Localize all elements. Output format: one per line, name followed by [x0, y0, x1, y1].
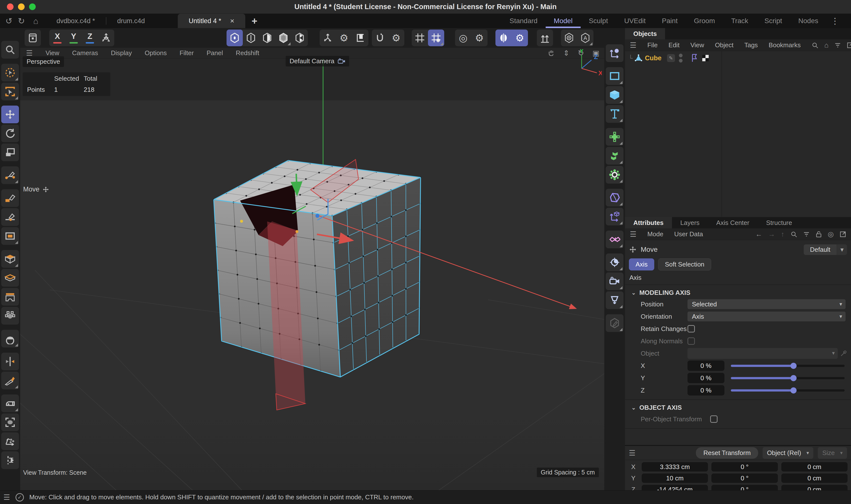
redo-icon[interactable]: ↻ — [18, 16, 25, 26]
objects-menu-object[interactable]: Object — [715, 41, 733, 49]
symmetry-tool[interactable] — [1, 353, 19, 371]
deformer-button[interactable] — [606, 208, 623, 226]
viewport-menu-cameras[interactable]: Cameras — [72, 49, 98, 57]
transfer-axis-button[interactable] — [537, 30, 553, 46]
z-strength-value[interactable]: 0 % — [688, 385, 724, 395]
layout-menu-icon[interactable]: ⋮ — [827, 16, 844, 26]
workplane-button[interactable] — [24, 30, 41, 46]
tree-row-cube[interactable]: └ Cube ✎ — [625, 51, 851, 65]
camera-object-button[interactable] — [606, 272, 623, 290]
quantize-grid-button[interactable] — [412, 30, 428, 46]
popout-icon[interactable] — [840, 231, 846, 237]
attribute-menu-icon[interactable]: ☰ — [630, 230, 637, 238]
spline-rectangle-button[interactable] — [606, 67, 623, 85]
group-modeling-axis[interactable]: ⌄MODELING AXIS — [631, 289, 847, 296]
home-icon[interactable]: ⌂ — [825, 41, 829, 49]
tab-dvdbox[interactable]: dvdbox.c4d * — [46, 14, 106, 28]
rectangle-spline-tool[interactable] — [1, 227, 19, 245]
mode-tab-model[interactable]: Model — [546, 14, 581, 28]
zoom-window-button[interactable] — [29, 3, 36, 10]
coord-x-scale[interactable]: 0 cm — [781, 462, 848, 471]
snap-button[interactable] — [372, 30, 388, 46]
coord-x-rotation[interactable]: 0 ° — [711, 462, 778, 471]
close-tab-icon[interactable]: × — [230, 17, 234, 25]
coordinate-system-button[interactable] — [98, 30, 114, 46]
orientation-dropdown[interactable]: Axis▾ — [688, 311, 846, 321]
tab-attributes[interactable]: Attributes — [625, 217, 672, 228]
coord-x-position[interactable]: 3.3333 cm — [642, 462, 708, 471]
volume-select-tool[interactable] — [1, 413, 19, 431]
target-icon[interactable]: ◎ — [828, 230, 834, 238]
cube-primitive-tool[interactable] — [1, 250, 19, 268]
sketch-spline-tool[interactable] — [1, 189, 19, 207]
quantize-settings-button[interactable]: ⚙ — [471, 30, 487, 46]
field-object-button[interactable] — [606, 231, 623, 248]
lock-x-axis-button[interactable]: X — [49, 30, 66, 46]
iron-tool[interactable] — [1, 395, 19, 412]
objects-menu-tags[interactable]: Tags — [744, 41, 758, 49]
objects-menu-bookmarks[interactable]: Bookmarks — [769, 41, 801, 49]
objects-menu-view[interactable]: View — [690, 41, 704, 49]
frame-selected-button[interactable] — [352, 30, 368, 46]
coordinates-menu-icon[interactable]: ☰ — [629, 449, 636, 457]
group-object-axis[interactable]: ⌄OBJECT AXIS — [631, 404, 847, 412]
mode-tab-track[interactable]: Track — [723, 14, 757, 28]
lock-z-axis-button[interactable]: Z — [82, 30, 98, 46]
points-mode-button[interactable] — [227, 30, 243, 46]
symmetry-settings-button[interactable]: ⚙ — [512, 30, 528, 46]
light-object-button[interactable] — [606, 253, 623, 271]
viewport-menu-redshift[interactable]: Redshift — [236, 49, 259, 57]
volume-builder-button[interactable] — [606, 189, 623, 206]
selected-point[interactable] — [240, 220, 243, 223]
subtab-soft-selection[interactable]: Soft Selection — [658, 258, 711, 270]
mode-tab-script[interactable]: Script — [756, 14, 790, 28]
objects-menu-file[interactable]: File — [648, 41, 658, 49]
mode-tab-uvedit[interactable]: UVEdit — [616, 14, 654, 28]
attr-menu-mode[interactable]: Mode — [648, 230, 663, 238]
tab-drum[interactable]: drum.c4d — [106, 14, 156, 28]
rectangle-selection-tool[interactable] — [1, 83, 19, 101]
mode-tab-paint[interactable]: Paint — [654, 14, 686, 28]
tab-structure[interactable]: Structure — [758, 217, 800, 228]
objects-menu-edit[interactable]: Edit — [669, 41, 680, 49]
text-object-button[interactable] — [606, 105, 623, 123]
tab-untitled4[interactable]: Untitled 4 * × — [178, 14, 245, 28]
object-name[interactable]: Cube — [645, 54, 662, 62]
x-strength-value[interactable]: 0 % — [688, 361, 724, 371]
tab-layers[interactable]: Layers — [672, 217, 708, 228]
y-strength-value[interactable]: 0 % — [688, 373, 724, 383]
selection-tag-icon[interactable] — [691, 54, 698, 62]
viewport-menu-display[interactable]: Display — [111, 49, 132, 57]
tab-objects[interactable]: Objects — [625, 28, 665, 39]
mode-tab-sculpt[interactable]: Sculpt — [581, 14, 616, 28]
scene-canvas[interactable] — [20, 58, 604, 490]
retain-changes-checkbox[interactable] — [688, 325, 695, 332]
viewport-menu-filter[interactable]: Filter — [179, 49, 194, 57]
viewport-menu-panel[interactable]: Panel — [207, 49, 223, 57]
texture-mode-button[interactable] — [291, 30, 308, 46]
filter-icon[interactable] — [803, 231, 810, 237]
edges-mode-button[interactable] — [243, 30, 259, 46]
history-back-icon[interactable]: ← — [756, 230, 762, 238]
mode-tab-standard[interactable]: Standard — [501, 14, 546, 28]
coord-y-scale[interactable]: 0 cm — [781, 473, 848, 483]
pan-hand-icon[interactable] — [547, 50, 555, 57]
cube-object-button[interactable] — [606, 86, 623, 104]
3d-viewport[interactable]: ☰ View Cameras Display Options Filter Pa… — [20, 48, 604, 490]
array-generator-button[interactable] — [606, 147, 623, 165]
edit-toggle-icon[interactable]: ✎ — [667, 54, 675, 62]
axis-point[interactable] — [296, 230, 298, 233]
preset-dropdown[interactable]: Default▾ — [804, 245, 847, 255]
visibility-dots[interactable] — [679, 54, 682, 62]
coord-y-position[interactable]: 10 cm — [642, 473, 708, 483]
close-window-button[interactable] — [7, 3, 14, 10]
plane-primitive-tool[interactable] — [1, 269, 19, 287]
modeling-settings-button[interactable]: ⚙ — [336, 30, 352, 46]
align-tool[interactable] — [1, 451, 19, 469]
knife-tool[interactable] — [1, 372, 19, 389]
null-object-button[interactable] — [606, 44, 623, 62]
search-icon[interactable] — [812, 42, 818, 49]
viewport-menu-view[interactable]: View — [46, 49, 59, 57]
zoom-view-icon[interactable]: ⇕ — [563, 49, 569, 57]
y-strength-slider[interactable] — [731, 377, 845, 379]
